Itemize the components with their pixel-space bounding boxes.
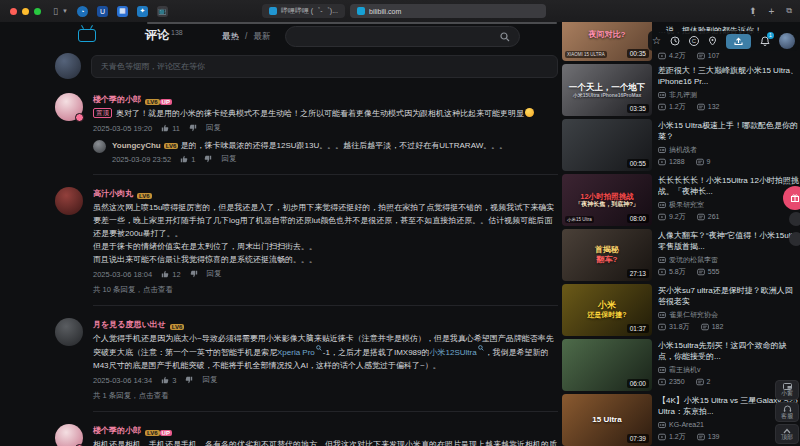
minimize-window-button[interactable]: [22, 8, 29, 15]
tabs-overview-icon[interactable]: ⧉: [786, 6, 792, 16]
video-thumbnail[interactable]: 夜间对比?XIAOMI 15 ULTRA 00:35: [562, 22, 652, 61]
video-thumbnail[interactable]: 15 Ultra 07:39: [562, 394, 652, 446]
video-card[interactable]: 00:55 小米15 Ultra极速上手！哪款配色是你的菜？ 搞机战者 1288…: [562, 119, 800, 171]
thumbs-down-icon: [190, 270, 198, 278]
video-thumbnail[interactable]: 12小时拍照挑战「夜神长焦，到底神?」小米15 Ultra 08:00: [562, 174, 652, 226]
customer-service-button[interactable]: 客服: [775, 402, 799, 422]
tab-hottest[interactable]: 最热: [222, 31, 239, 43]
horizontal-scrollbar[interactable]: [147, 22, 557, 24]
video-author[interactable]: 雀巢仁研究协会: [658, 310, 800, 319]
video-thumbnail[interactable]: 一个天上，一个地下小米15Ultra iPhone16ProMax 03:35: [562, 64, 652, 116]
dislike-button[interactable]: [185, 376, 193, 384]
zoom-window-button[interactable]: [34, 8, 41, 15]
dislike-button[interactable]: [204, 155, 212, 163]
video-card[interactable]: 12小时拍照挑战「夜神长焦，到底神?」小米15 Ultra 08:00 长长长长…: [562, 174, 800, 226]
extension-icon-1[interactable]: ◔: [77, 6, 88, 17]
commenter-name[interactable]: 月を見る度思い出せ: [93, 319, 166, 330]
search-input[interactable]: [285, 26, 520, 47]
play-count-icon: [658, 378, 666, 386]
search-word-link[interactable]: 小米12SUltra: [429, 348, 476, 357]
video-author[interactable]: 爱玩的松鼠李雷: [658, 255, 800, 264]
video-author[interactable]: 搞机战者: [658, 145, 800, 154]
video-card[interactable]: 首揭秘翻车? 27:13 人像大翻车？“夜神”它值得！小米15ultra零售版首…: [562, 229, 800, 281]
upload-button[interactable]: [726, 34, 751, 49]
comment-input[interactable]: 天青色等烟雨，评论区在等你: [91, 55, 558, 78]
tab-label: bilibili.com: [369, 8, 401, 15]
browser-tab-inactive[interactable]: 哔哩哔哩 (゜-゜)...: [262, 4, 345, 18]
reply-button[interactable]: 回复: [207, 269, 222, 279]
replier-name[interactable]: YoungcyChu: [112, 141, 161, 150]
extension-icon-2[interactable]: U: [97, 6, 108, 17]
like-button[interactable]: 1: [180, 155, 195, 164]
reply-button[interactable]: 回复: [202, 375, 217, 385]
commenter-avatar[interactable]: [55, 187, 83, 215]
reply-button[interactable]: 回复: [221, 154, 236, 164]
danmaku-count: 555: [708, 268, 720, 275]
like-button[interactable]: 12: [161, 270, 180, 279]
sidebar-toggle-icon[interactable]: ▯: [53, 6, 58, 16]
video-author[interactable]: 霸王搞机v: [658, 365, 800, 374]
video-author[interactable]: 非凡评测: [658, 90, 800, 99]
bilibili-pinned-icon[interactable]: 📺: [157, 6, 168, 17]
video-author[interactable]: 极果研究室: [658, 200, 800, 209]
reply-button[interactable]: 回复: [206, 123, 221, 133]
floating-avatar-dot[interactable]: [789, 232, 800, 246]
history-clock-icon[interactable]: [670, 36, 680, 46]
location-pin-icon[interactable]: [708, 36, 717, 46]
share-icon[interactable]: ⬆̣: [749, 6, 757, 16]
level-badge: LV6: [145, 430, 160, 436]
video-thumbnail[interactable]: 00:55: [562, 119, 652, 171]
reply-date: 2025-03-09 23:52: [112, 155, 171, 164]
browser-tab-active[interactable]: bilibili.com: [350, 4, 546, 18]
new-tab-icon[interactable]: +: [768, 6, 774, 17]
my-avatar[interactable]: [55, 53, 81, 79]
video-card[interactable]: 小米还是保时捷? 01:37 买小米su7 ultra还是保时捷？欧洲人回答很老…: [562, 284, 800, 336]
promo-float-button[interactable]: [783, 186, 800, 210]
video-title[interactable]: 买小米su7 ultra还是保时捷？欧洲人回答很老实: [658, 285, 800, 307]
view-more-replies[interactable]: 共 10 条回复，点击查看: [93, 285, 558, 295]
video-card[interactable]: 一个天上，一个地下小米15Ultra iPhone16ProMax 03:35 …: [562, 64, 800, 116]
creative-center-icon[interactable]: C: [689, 36, 699, 46]
favorites-star-icon[interactable]: ☆: [652, 36, 661, 46]
video-title[interactable]: 人像大翻车？“夜神”它值得！小米15ultra零售版首揭...: [658, 230, 800, 252]
video-card[interactable]: 15 Ultra 07:39 【4K】小米15 Ultra vs 三星Galax…: [562, 394, 800, 446]
comment-date: 2025-03-06 14:34: [93, 376, 152, 385]
video-card[interactable]: 06:00 小米15ultra先别买！这四个致命的缺点，你能接受的... 霸王搞…: [562, 339, 800, 391]
search-word-link[interactable]: Xperia Pro: [277, 348, 315, 357]
video-title[interactable]: 长长长长长！小米15Ultra 12小时拍照挑战。「夜神长...: [658, 175, 800, 197]
dislike-button[interactable]: [190, 270, 198, 278]
close-window-button[interactable]: [10, 8, 17, 15]
commenter-name[interactable]: 楼个季的小郎: [93, 425, 141, 436]
video-thumbnail[interactable]: 首揭秘翻车? 27:13: [562, 229, 652, 281]
extension-icon-3[interactable]: ▦: [117, 6, 128, 17]
commenter-name[interactable]: 楼个季的小郎: [93, 94, 141, 105]
user-avatar[interactable]: [779, 33, 795, 49]
like-button[interactable]: 3: [161, 376, 176, 385]
video-title[interactable]: 差距很大！三大巅峰旗舰小米15 Ultra、iPhone16 Pr...: [658, 65, 800, 87]
chevron-down-icon[interactable]: ▼: [62, 8, 68, 14]
pinned-badge: 置顶: [93, 108, 112, 118]
commenter-avatar[interactable]: [55, 424, 83, 446]
video-title[interactable]: 小米15ultra先别买！这四个致命的缺点，你能接受的...: [658, 340, 800, 362]
commenter-avatar[interactable]: [55, 318, 83, 346]
dislike-button[interactable]: [189, 124, 197, 132]
uploader-icon: [658, 201, 666, 209]
author-name: 极果研究室: [669, 200, 704, 210]
commenter-avatar[interactable]: [55, 93, 83, 121]
level-badge: LV6: [164, 143, 179, 149]
extension-icon-4[interactable]: ✦: [137, 6, 148, 17]
back-to-top-button[interactable]: 顶部: [775, 424, 799, 444]
view-more-replies[interactable]: 共 1 条回复，点击查看: [93, 391, 558, 401]
replier-avatar[interactable]: [93, 140, 106, 153]
notification-bell-icon[interactable]: 1: [760, 36, 770, 46]
video-thumbnail[interactable]: 小米还是保时捷? 01:37: [562, 284, 652, 336]
pip-icon: [783, 383, 792, 390]
commenter-name[interactable]: 高汁小肉丸: [93, 188, 133, 199]
floating-avatar-dot[interactable]: [789, 212, 800, 226]
video-thumbnail[interactable]: 06:00: [562, 339, 652, 391]
tab-newest[interactable]: 最新: [253, 31, 270, 43]
like-button[interactable]: 11: [161, 124, 180, 133]
pip-button[interactable]: 小窗: [775, 380, 799, 400]
video-title[interactable]: 小米15 Ultra极速上手！哪款配色是你的菜？: [658, 120, 800, 142]
author-name: 爱玩的松鼠李雷: [669, 255, 718, 265]
